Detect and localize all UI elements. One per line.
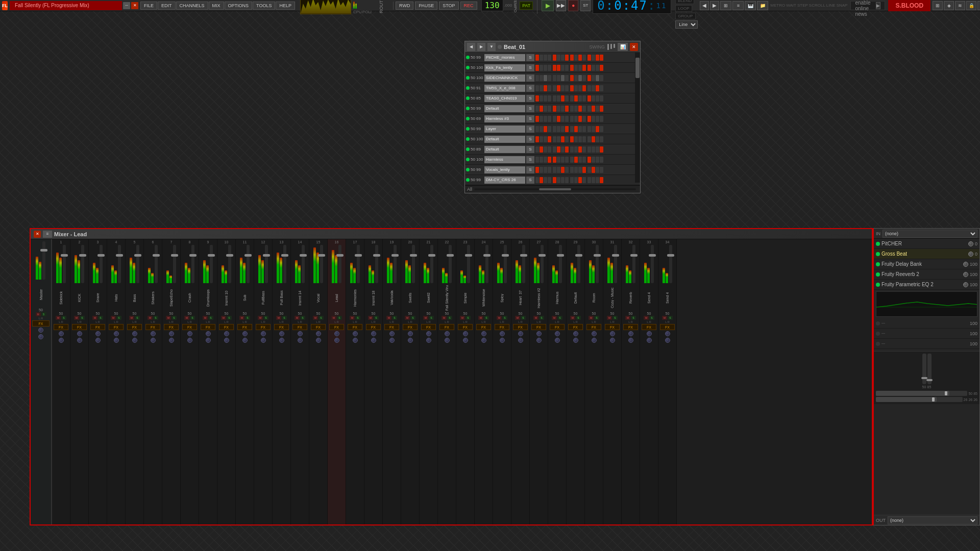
piano-roll-btn[interactable]: 🎹 (745, 1, 756, 10)
ch-send-2-1[interactable] (77, 338, 82, 343)
step-4-12[interactable] (582, 85, 586, 91)
step-11-12[interactable] (582, 157, 586, 163)
ch-mute-24[interactable]: M (478, 316, 483, 320)
step-8-12[interactable] (582, 126, 586, 132)
ch-fx-btn-5[interactable]: FX (127, 324, 142, 330)
step-5-8[interactable] (565, 95, 569, 102)
step-9-6[interactable] (557, 136, 560, 142)
fx-knob-eq[interactable] (963, 282, 968, 287)
ch-send-8-0[interactable] (187, 331, 192, 336)
ch-fader-22[interactable] (447, 254, 454, 257)
ch-fader-3[interactable] (97, 254, 105, 257)
fx-led-reeverb[interactable] (876, 272, 880, 277)
step-10-7[interactable] (561, 146, 565, 153)
row-s-btn-4[interactable]: S (526, 85, 534, 92)
ch-send-23-0[interactable] (463, 331, 468, 336)
ch-fx-btn-32[interactable]: FX (623, 324, 639, 330)
step-9-15[interactable] (596, 136, 599, 142)
step-7-8[interactable] (565, 116, 569, 122)
ch-send-29-0[interactable] (573, 331, 578, 336)
ch-mute-18[interactable]: M (368, 316, 373, 320)
step-7-15[interactable] (596, 116, 599, 122)
ch-fx-btn-1[interactable]: FX (54, 324, 69, 330)
step-12-3[interactable] (544, 167, 547, 173)
fx-knob-reeverb[interactable] (963, 272, 968, 277)
step-11-4[interactable] (548, 157, 551, 163)
step-7-12[interactable] (582, 116, 586, 122)
step-11-3[interactable] (544, 157, 547, 163)
ch-fx-btn-7[interactable]: FX (164, 324, 179, 330)
row-name-13[interactable]: DM-CY_CRS 26 (484, 177, 525, 184)
ch-send-26-0[interactable] (518, 331, 523, 336)
step-12-1[interactable] (535, 167, 539, 173)
ch-send-13-1[interactable] (279, 338, 284, 343)
step-12-4[interactable] (548, 167, 551, 173)
menu-mix[interactable]: MIX (209, 2, 224, 10)
ch-solo-29[interactable]: S (576, 316, 581, 320)
row-led-1[interactable] (466, 56, 470, 59)
ch-mute-9[interactable]: M (203, 316, 208, 320)
ch-send-12-1[interactable] (261, 338, 266, 343)
ch-fader-25[interactable] (502, 254, 509, 257)
step-11-1[interactable] (535, 157, 539, 163)
ch-mute-29[interactable]: M (570, 316, 575, 320)
step-8-1[interactable] (535, 126, 539, 132)
step-8-9[interactable] (570, 126, 574, 132)
step-4-16[interactable] (600, 85, 603, 91)
step-7-9[interactable] (570, 116, 574, 122)
row-led-12[interactable] (466, 168, 470, 171)
step-10-13[interactable] (587, 146, 591, 153)
ch-mute-21[interactable]: M (423, 316, 428, 320)
pattern-next-btn[interactable]: ▶ (710, 1, 719, 10)
ch-send-14-0[interactable] (298, 331, 303, 336)
fx-out-select[interactable]: (none) (888, 516, 977, 524)
ch-fader-17[interactable] (355, 254, 362, 257)
row-led-6[interactable] (466, 107, 470, 110)
step-13-7[interactable] (561, 177, 565, 183)
fx-knob-grossbeat[interactable] (968, 252, 973, 257)
ch-solo-32[interactable]: S (631, 316, 636, 320)
step-8-15[interactable] (596, 126, 599, 132)
step-11-15[interactable] (596, 157, 599, 163)
row-s-btn-6[interactable]: S (526, 105, 534, 112)
ch-mute-14[interactable]: M (295, 316, 300, 320)
row-led-13[interactable] (466, 178, 470, 182)
ch-fader-31[interactable] (612, 254, 619, 257)
step-10-12[interactable] (582, 146, 586, 153)
step-10-4[interactable] (548, 146, 551, 153)
ch-fader-23[interactable] (465, 254, 472, 257)
ch-send-9-1[interactable] (206, 338, 211, 343)
step-13-14[interactable] (592, 177, 595, 183)
ch-mute-20[interactable]: M (405, 316, 410, 320)
ch-fx-btn-25[interactable]: FX (495, 324, 510, 330)
ch-fader-0[interactable] (40, 249, 47, 252)
step-11-9[interactable] (570, 157, 574, 163)
ch-send-26-1[interactable] (518, 338, 523, 343)
step-1-1[interactable] (535, 55, 539, 61)
ch-send-4-1[interactable] (114, 338, 119, 343)
step-12-7[interactable] (561, 167, 565, 173)
ch-solo-18[interactable]: S (374, 316, 379, 320)
row-led-9[interactable] (466, 137, 470, 141)
ch-solo-5[interactable]: S (135, 316, 140, 320)
ch-solo-31[interactable]: S (612, 316, 618, 320)
step-1-12[interactable] (582, 55, 586, 61)
row-name-9[interactable]: Default (484, 136, 525, 143)
ch-send-30-1[interactable] (592, 338, 597, 343)
ch-fx-btn-16[interactable]: FX (329, 324, 345, 330)
ch-fx-btn-22[interactable]: FX (439, 324, 455, 330)
row-name-12[interactable]: Vocals_lently (484, 166, 525, 173)
step-4-3[interactable] (544, 85, 547, 91)
ch-mute-23[interactable]: M (460, 316, 465, 320)
row-s-btn-3[interactable]: S (526, 74, 534, 82)
step-12-16[interactable] (600, 167, 603, 173)
row-name-1[interactable]: PitCHE_monies (484, 54, 525, 61)
step-4-13[interactable] (587, 85, 591, 91)
row-name-8[interactable]: Layer (484, 126, 525, 133)
ch-solo-33[interactable]: S (649, 316, 654, 320)
step-1-16[interactable] (600, 55, 603, 61)
ch-send-33-1[interactable] (647, 338, 652, 343)
ch-send-21-0[interactable] (426, 331, 431, 336)
step-6-4[interactable] (548, 106, 551, 112)
tool-3[interactable]: ≋ (955, 1, 965, 10)
